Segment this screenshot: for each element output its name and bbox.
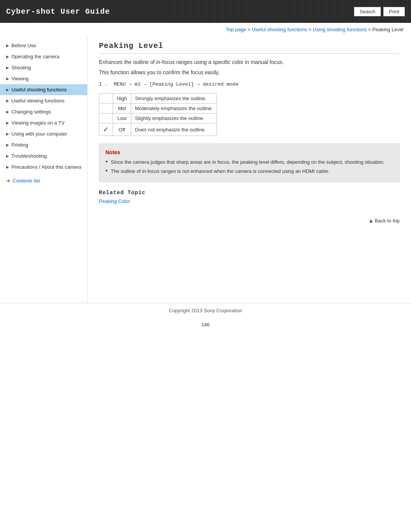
arrow-icon: ▶	[6, 99, 9, 103]
list-item: Since the camera judges that sharp areas…	[105, 158, 393, 166]
contents-list-link[interactable]: Contents list	[13, 178, 40, 184]
back-to-top-row: ▲ Back to top	[99, 212, 400, 227]
breadcrumb-link-using-shooting[interactable]: Using shooting functions	[313, 27, 367, 32]
table-cell-level: High	[113, 94, 131, 104]
instruction: 1 . MENU → ⚙1 → [Peaking Level] → desire…	[99, 81, 400, 87]
arrow-icon: ▶	[6, 43, 9, 48]
header: Cyber-shot User Guide Search Print	[0, 0, 411, 23]
breadcrumb-link-top[interactable]: Top page	[226, 27, 246, 32]
arrow-icon: ▶	[6, 110, 9, 114]
sidebar-item-before-use[interactable]: ▶ Before Use	[0, 40, 87, 51]
sidebar-item-troubleshooting[interactable]: ▶ Troubleshooting	[0, 150, 87, 161]
arrow-icon: ▶	[6, 54, 9, 59]
table-cell-description: Slightly emphasizes the outline.	[131, 113, 217, 123]
notes-title: Notes	[105, 149, 393, 155]
sidebar-item-operating[interactable]: ▶ Operating the camera	[0, 51, 87, 62]
description-line2: This function allows you to confirm the …	[99, 69, 400, 77]
table-cell-level: Mid	[113, 104, 131, 113]
description-line1: Enhances the outline of in-focus ranges …	[99, 58, 400, 66]
print-button[interactable]: Print	[383, 7, 405, 16]
table-cell-description: Moderately emphasizes the outline.	[131, 104, 217, 113]
related-topic-section: Related Topic Peaking Color	[99, 190, 400, 204]
footer: Copyright 2013 Sony Corporation 146	[0, 303, 411, 331]
arrow-icon: ▶	[6, 165, 9, 169]
arrow-right-icon: ➜	[6, 178, 10, 184]
related-topic-link[interactable]: Peaking Color	[99, 198, 130, 204]
layout: ▶ Before Use ▶ Operating the camera ▶ Sh…	[0, 36, 411, 303]
page-title: Peaking Level	[99, 42, 400, 54]
arrow-icon: ▶	[6, 77, 9, 81]
table-cell-description: Strongly emphasizes the outline.	[131, 94, 217, 104]
table-cell-icon-checked: ✓	[99, 123, 113, 136]
sidebar-item-viewing-tv[interactable]: ▶ Viewing images on a TV	[0, 117, 87, 128]
table-cell-level: Off	[113, 123, 131, 136]
arrow-icon: ▶	[6, 132, 9, 136]
arrow-icon: ▶	[6, 143, 9, 147]
sidebar-item-printing[interactable]: ▶ Printing	[0, 139, 87, 150]
table-cell-icon	[99, 94, 113, 104]
sidebar-item-changing-settings[interactable]: ▶ Changing settings	[0, 106, 87, 117]
sidebar-item-useful-viewing[interactable]: ▶ Useful viewing functions	[0, 95, 87, 106]
sidebar-item-viewing[interactable]: ▶ Viewing	[0, 73, 87, 84]
peaking-level-table: High Strongly emphasizes the outline. Mi…	[99, 93, 217, 136]
main-content: Peaking Level Enhances the outline of in…	[88, 36, 411, 303]
sidebar-item-useful-shooting[interactable]: ▶ Useful shooting functions	[0, 84, 87, 95]
sidebar-footer: ➜ Contents list	[0, 173, 87, 189]
sidebar-item-precautions[interactable]: ▶ Precautions / About this camera	[0, 161, 87, 173]
arrow-icon: ▶	[6, 121, 9, 125]
breadcrumb: Top page > Useful shooting functions > U…	[0, 23, 411, 36]
site-title: Cyber-shot User Guide	[6, 7, 110, 16]
table-row: Mid Moderately emphasizes the outline.	[99, 104, 217, 113]
sidebar-item-shooting[interactable]: ▶ Shooting	[0, 62, 87, 73]
list-item: The outline of in-focus ranges is not en…	[105, 168, 393, 175]
related-topic-title: Related Topic	[99, 190, 400, 196]
table-cell-description: Does not emphasize the outline.	[131, 123, 217, 136]
page-number: 146	[0, 318, 411, 331]
arrow-icon: ▶	[6, 88, 9, 92]
header-buttons: Search Print	[354, 7, 405, 16]
arrow-icon: ▶	[6, 66, 9, 70]
table-row: ✓ Off Does not emphasize the outline.	[99, 123, 217, 136]
breadcrumb-current: Peaking Level	[372, 27, 403, 32]
search-button[interactable]: Search	[354, 7, 381, 16]
table-cell-icon	[99, 104, 113, 113]
table-cell-level: Low	[113, 113, 131, 123]
arrow-icon: ▶	[6, 154, 9, 158]
table-cell-icon	[99, 113, 113, 123]
checkmark-icon: ✓	[103, 126, 109, 133]
sidebar: ▶ Before Use ▶ Operating the camera ▶ Sh…	[0, 36, 88, 303]
table-row: High Strongly emphasizes the outline.	[99, 94, 217, 104]
table-row: Low Slightly emphasizes the outline.	[99, 113, 217, 123]
notes-box: Notes Since the camera judges that sharp…	[99, 144, 400, 182]
sidebar-item-computer[interactable]: ▶ Using with your computer	[0, 128, 87, 139]
copyright-text: Copyright 2013 Sony Corporation	[169, 308, 242, 313]
notes-list: Since the camera judges that sharp areas…	[105, 158, 393, 175]
breadcrumb-link-useful-shooting[interactable]: Useful shooting functions	[252, 27, 307, 32]
back-to-top-link[interactable]: ▲ Back to top	[368, 218, 400, 224]
